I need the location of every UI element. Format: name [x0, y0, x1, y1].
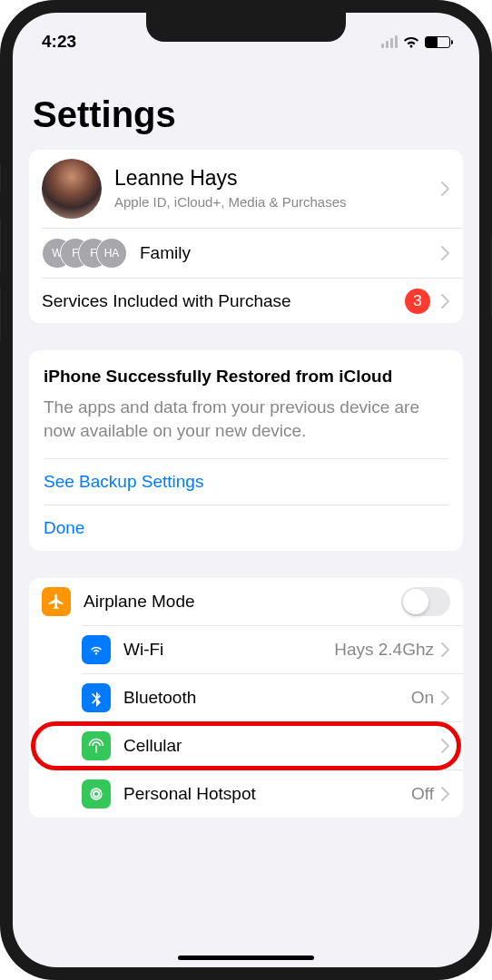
- hotspot-label: Personal Hotspot: [123, 784, 411, 804]
- hotspot-row[interactable]: Personal Hotspot Off: [82, 769, 463, 818]
- profile-text: Leanne Hays Apple ID, iCloud+, Media & P…: [114, 166, 441, 211]
- status-icons: [381, 35, 450, 49]
- family-row[interactable]: W F F HA Family: [42, 228, 463, 278]
- chevron-right-icon: [441, 739, 450, 753]
- chevron-right-icon: [441, 181, 450, 196]
- cellular-icon: [82, 731, 111, 760]
- airplane-mode-row[interactable]: Airplane Mode: [29, 578, 463, 625]
- avatar: [42, 159, 102, 219]
- apple-id-row[interactable]: Leanne Hays Apple ID, iCloud+, Media & P…: [29, 150, 463, 228]
- wifi-label: Wi-Fi: [123, 640, 334, 660]
- chevron-right-icon: [441, 246, 450, 260]
- restore-card: iPhone Successfully Restored from iCloud…: [29, 350, 463, 551]
- hotspot-value: Off: [411, 784, 434, 804]
- family-avatar: HA: [96, 238, 127, 269]
- wifi-value: Hays 2.4Ghz: [334, 640, 434, 660]
- wifi-row[interactable]: Wi-Fi Hays 2.4Ghz: [82, 625, 463, 673]
- family-label: Family: [140, 243, 441, 263]
- chevron-right-icon: [441, 294, 450, 309]
- phone-frame: 4:23 Settings Leanne Hays Apple ID, iClo…: [0, 0, 492, 980]
- bluetooth-label: Bluetooth: [123, 688, 411, 708]
- wifi-icon: [402, 35, 420, 49]
- profile-card: Leanne Hays Apple ID, iCloud+, Media & P…: [29, 150, 463, 323]
- wifi-settings-icon: [82, 635, 111, 664]
- bluetooth-row[interactable]: Bluetooth On: [82, 673, 463, 721]
- hotspot-icon: [82, 779, 111, 808]
- services-badge: 3: [405, 289, 430, 314]
- chevron-right-icon: [441, 787, 450, 801]
- cellular-row[interactable]: Cellular: [82, 721, 463, 769]
- restore-title: iPhone Successfully Restored from iCloud: [44, 367, 448, 387]
- bluetooth-icon: [82, 683, 111, 712]
- chevron-right-icon: [441, 691, 450, 705]
- family-avatars: W F F HA: [42, 238, 127, 269]
- airplane-toggle[interactable]: [401, 587, 450, 616]
- silent-switch: [0, 163, 1, 192]
- cellular-label: Cellular: [123, 736, 441, 756]
- volume-up-button: [0, 218, 1, 272]
- connectivity-card: Airplane Mode Wi-Fi Hays 2.4Ghz Bluetoot: [29, 578, 463, 818]
- restore-description: The apps and data from your previous dev…: [44, 396, 448, 442]
- see-backup-settings-link[interactable]: See Backup Settings: [44, 458, 448, 505]
- chevron-right-icon: [441, 642, 450, 657]
- battery-icon: [425, 36, 450, 48]
- home-indicator[interactable]: [178, 956, 314, 960]
- bluetooth-value: On: [411, 688, 434, 708]
- volume-down-button: [0, 287, 1, 341]
- profile-name: Leanne Hays: [114, 166, 441, 191]
- airplane-label: Airplane Mode: [84, 592, 401, 612]
- page-title: Settings: [33, 94, 463, 135]
- services-label: Services Included with Purchase: [42, 291, 405, 311]
- cellular-signal-icon: [381, 35, 398, 48]
- profile-subtitle: Apple ID, iCloud+, Media & Purchases: [114, 193, 441, 211]
- screen: 4:23 Settings Leanne Hays Apple ID, iClo…: [13, 13, 479, 967]
- done-link[interactable]: Done: [44, 505, 448, 551]
- status-time: 4:23: [42, 32, 76, 52]
- notch: [146, 13, 346, 42]
- airplane-icon: [42, 587, 71, 616]
- services-row[interactable]: Services Included with Purchase 3: [42, 278, 463, 323]
- content-area: Settings Leanne Hays Apple ID, iCloud+, …: [13, 94, 479, 818]
